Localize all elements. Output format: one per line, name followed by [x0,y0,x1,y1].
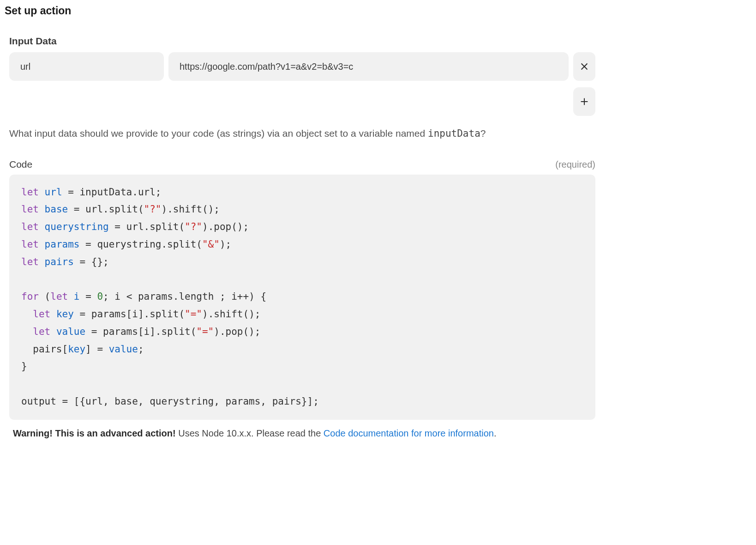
code-editor[interactable]: let url = inputData.url; let base = url.… [9,175,595,420]
code-label: Code [9,159,32,170]
input-data-help-text: What input data should we provide to you… [5,126,595,141]
remove-row-button[interactable] [573,52,595,81]
input-data-label: Input Data [5,36,595,47]
warning-text: Warning! This is an advanced action! Use… [5,426,595,440]
add-row-button[interactable] [573,87,595,116]
page-title: Set up action [5,5,595,17]
input-value-field[interactable] [168,52,569,81]
close-icon [579,61,589,72]
plus-icon [579,97,589,107]
required-label: (required) [555,159,595,170]
code-docs-link[interactable]: Code documentation for more information [324,428,494,438]
input-key-field[interactable] [9,52,164,81]
